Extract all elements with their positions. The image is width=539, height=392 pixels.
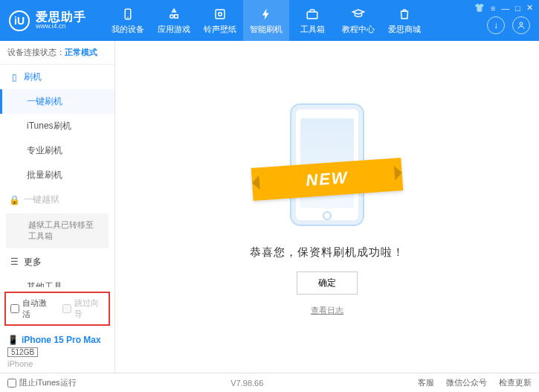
footer-wechat[interactable]: 微信公众号 <box>446 377 487 388</box>
sidebar-item-other-tools[interactable]: 其他工具 <box>0 274 114 287</box>
logo-badge-icon: iU <box>9 10 30 31</box>
checkbox-label: 跳过向导 <box>74 298 104 320</box>
flash-icon <box>259 7 274 22</box>
device-info: 📱 iPhone 15 Pro Max 512GB iPhone <box>0 330 114 373</box>
device-type: iPhone <box>7 359 107 368</box>
tshirt-icon[interactable]: 👕 <box>474 3 485 13</box>
tutorial-icon <box>351 7 366 22</box>
nav-tutorial[interactable]: 教程中心 <box>335 0 381 41</box>
svg-rect-3 <box>175 14 178 18</box>
close-icon[interactable]: ✕ <box>526 3 533 13</box>
group-label: 刷机 <box>24 71 42 83</box>
nav-label: 应用游戏 <box>158 24 190 35</box>
sidebar: 设备连接状态：正常模式 ▯ 刷机 一键刷机 iTunes刷机 专业刷机 批量刷机… <box>0 41 115 373</box>
app-title: 爱思助手 <box>36 10 86 24</box>
version-label: V7.98.66 <box>230 379 263 388</box>
sidebar-item-batch-flash[interactable]: 批量刷机 <box>0 163 114 187</box>
lock-icon: 🔒 <box>9 195 19 205</box>
maximize-icon[interactable]: □ <box>515 4 520 13</box>
block-itunes-checkbox[interactable]: 阻止iTunes运行 <box>7 377 77 388</box>
checkbox-label: 自动激活 <box>22 298 52 320</box>
svg-point-5 <box>219 12 222 16</box>
device-name[interactable]: 📱 iPhone 15 Pro Max <box>7 335 107 345</box>
nav-label: 爱思商城 <box>388 24 421 35</box>
device-icon <box>120 7 135 22</box>
ok-button[interactable]: 确定 <box>297 271 358 295</box>
app-url: www.i4.cn <box>36 23 86 30</box>
app-logo: iU 爱思助手 www.i4.cn <box>9 10 86 31</box>
group-label: 更多 <box>24 256 42 269</box>
sidebar-group-flash[interactable]: ▯ 刷机 <box>0 65 114 89</box>
footer-check-update[interactable]: 检查更新 <box>499 377 532 388</box>
conn-label: 设备连接状态： <box>7 48 65 57</box>
sidebar-group-more[interactable]: ☰ 更多 <box>0 250 114 274</box>
account-button[interactable] <box>512 16 530 34</box>
sidebar-item-pro-flash[interactable]: 专业刷机 <box>0 138 114 163</box>
sidebar-group-jailbreak: 🔒 一键越狱 <box>0 187 114 212</box>
new-ribbon: NEW <box>251 158 404 201</box>
conn-mode: 正常模式 <box>65 48 97 57</box>
svg-point-7 <box>520 22 523 25</box>
nav-apps-games[interactable]: 应用游戏 <box>151 0 197 41</box>
device-storage: 512GB <box>7 347 38 357</box>
top-nav: 我的设备 应用游戏 铃声壁纸 智能刷机 工具箱 教程中心 爱思商城 <box>105 0 427 41</box>
svg-rect-4 <box>216 10 225 19</box>
nav-store[interactable]: 爱思商城 <box>381 0 427 41</box>
sidebar-item-itunes-flash[interactable]: iTunes刷机 <box>0 114 114 138</box>
nav-smart-flash[interactable]: 智能刷机 <box>243 0 289 41</box>
nav-label: 铃声壁纸 <box>204 24 236 35</box>
minimize-icon[interactable]: — <box>501 4 509 13</box>
auto-activate-checkbox[interactable]: 自动激活 <box>10 298 52 320</box>
skip-wizard-checkbox[interactable]: 跳过向导 <box>62 298 104 320</box>
window-controls: 👕 ≡ — □ ✕ <box>474 3 533 13</box>
checkbox-label: 阻止iTunes运行 <box>19 377 77 388</box>
nav-label: 教程中心 <box>342 24 375 35</box>
header-right-actions: ↓ <box>487 16 530 34</box>
nav-label: 智能刷机 <box>250 24 283 35</box>
download-button[interactable]: ↓ <box>487 16 505 34</box>
svg-point-2 <box>170 14 174 18</box>
group-label: 一键越狱 <box>24 193 59 206</box>
success-illustration: NEW <box>256 97 398 228</box>
connection-status: 设备连接状态：正常模式 <box>0 41 114 65</box>
main-panel: NEW 恭喜您，保资料刷机成功啦！ 确定 查看日志 <box>115 41 539 373</box>
options-highlight-box: 自动激活 跳过向导 <box>4 292 110 326</box>
app-header: iU 爱思助手 www.i4.cn 我的设备 应用游戏 铃声壁纸 智能刷机 工具… <box>0 0 539 41</box>
ringtone-icon <box>213 7 227 22</box>
sidebar-item-oneclick-flash[interactable]: 一键刷机 <box>0 89 114 114</box>
apps-icon <box>167 7 181 22</box>
menu-icon[interactable]: ≡ <box>491 4 495 13</box>
nav-ringtone-wallpaper[interactable]: 铃声壁纸 <box>197 0 243 41</box>
nav-label: 工具箱 <box>300 24 325 35</box>
more-icon: ☰ <box>9 257 19 267</box>
nav-my-device[interactable]: 我的设备 <box>105 0 151 41</box>
device-name-text: iPhone 15 Pro Max <box>22 335 101 345</box>
toolbox-icon <box>305 7 320 22</box>
view-log-link[interactable]: 查看日志 <box>311 305 343 316</box>
success-message: 恭喜您，保资料刷机成功啦！ <box>250 245 404 260</box>
nav-label: 我的设备 <box>112 24 144 35</box>
footer-customer-service[interactable]: 客服 <box>418 377 434 388</box>
footer-bar: 阻止iTunes运行 V7.98.66 客服 微信公众号 检查更新 <box>0 373 539 392</box>
phone-small-icon: 📱 <box>7 335 19 345</box>
nav-toolbox[interactable]: 工具箱 <box>289 0 335 41</box>
store-icon <box>397 7 412 22</box>
phone-icon: ▯ <box>9 72 19 83</box>
svg-rect-6 <box>307 12 317 19</box>
jailbreak-note: 越狱工具已转移至工具箱 <box>6 213 109 248</box>
